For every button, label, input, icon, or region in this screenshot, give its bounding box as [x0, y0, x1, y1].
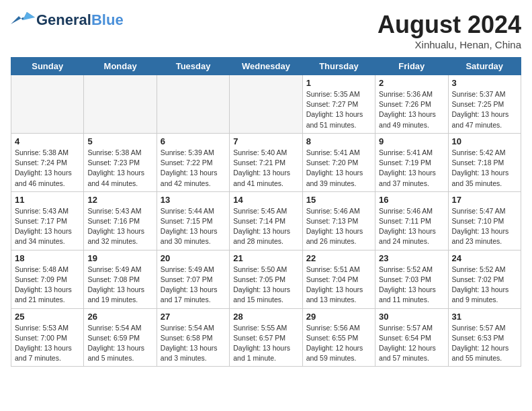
calendar-cell: 13Sunrise: 5:44 AMSunset: 7:15 PMDayligh…	[157, 191, 229, 250]
logo-general: General	[36, 11, 91, 28]
logo-blue: Blue	[91, 11, 124, 28]
day-number: 22	[306, 253, 371, 263]
day-info: Sunrise: 5:52 AMSunset: 7:02 PMDaylight:…	[452, 265, 517, 306]
calendar-header-tuesday: Tuesday	[157, 58, 229, 75]
calendar-week-row: 1Sunrise: 5:35 AMSunset: 7:27 PMDaylight…	[11, 75, 521, 134]
day-info: Sunrise: 5:41 AMSunset: 7:20 PMDaylight:…	[306, 148, 371, 189]
page-header: GeneralBlue August 2024 Xinhualu, Henan,…	[11, 11, 521, 50]
calendar-cell: 21Sunrise: 5:50 AMSunset: 7:05 PMDayligh…	[230, 250, 302, 308]
calendar-cell: 2Sunrise: 5:36 AMSunset: 7:26 PMDaylight…	[375, 75, 448, 134]
day-number: 12	[87, 195, 152, 205]
calendar-header-saturday: Saturday	[448, 58, 521, 75]
calendar-cell: 18Sunrise: 5:48 AMSunset: 7:09 PMDayligh…	[11, 250, 84, 308]
calendar-cell: 31Sunrise: 5:57 AMSunset: 6:53 PMDayligh…	[448, 308, 521, 367]
day-number: 23	[379, 253, 444, 263]
calendar-cell: 20Sunrise: 5:49 AMSunset: 7:07 PMDayligh…	[157, 250, 229, 308]
title-area: August 2024 Xinhualu, Henan, China	[378, 11, 521, 50]
day-info: Sunrise: 5:49 AMSunset: 7:07 PMDaylight:…	[161, 265, 226, 306]
calendar-header-monday: Monday	[84, 58, 157, 75]
day-info: Sunrise: 5:50 AMSunset: 7:05 PMDaylight:…	[233, 265, 298, 306]
day-number: 26	[87, 312, 152, 322]
calendar-cell	[157, 75, 229, 134]
calendar-cell	[230, 75, 302, 134]
day-info: Sunrise: 5:51 AMSunset: 7:04 PMDaylight:…	[306, 265, 371, 306]
calendar-cell: 9Sunrise: 5:41 AMSunset: 7:19 PMDaylight…	[375, 133, 448, 191]
day-info: Sunrise: 5:35 AMSunset: 7:27 PMDaylight:…	[306, 89, 371, 130]
day-info: Sunrise: 5:54 AMSunset: 6:59 PMDaylight:…	[87, 323, 152, 364]
day-info: Sunrise: 5:38 AMSunset: 7:24 PMDaylight:…	[15, 148, 80, 189]
calendar-cell: 27Sunrise: 5:54 AMSunset: 6:58 PMDayligh…	[157, 308, 229, 367]
calendar-cell: 17Sunrise: 5:47 AMSunset: 7:10 PMDayligh…	[448, 191, 521, 250]
calendar-header-row: SundayMondayTuesdayWednesdayThursdayFrid…	[11, 58, 521, 75]
calendar-cell: 26Sunrise: 5:54 AMSunset: 6:59 PMDayligh…	[84, 308, 157, 367]
day-info: Sunrise: 5:54 AMSunset: 6:58 PMDaylight:…	[161, 323, 226, 364]
calendar-cell: 19Sunrise: 5:49 AMSunset: 7:08 PMDayligh…	[84, 250, 157, 308]
calendar-cell: 7Sunrise: 5:40 AMSunset: 7:21 PMDaylight…	[230, 133, 302, 191]
day-info: Sunrise: 5:45 AMSunset: 7:14 PMDaylight:…	[233, 206, 298, 247]
location: Xinhualu, Henan, China	[378, 39, 521, 50]
day-number: 10	[452, 136, 517, 146]
day-info: Sunrise: 5:42 AMSunset: 7:18 PMDaylight:…	[452, 148, 517, 189]
day-number: 29	[306, 312, 371, 322]
calendar-cell: 10Sunrise: 5:42 AMSunset: 7:18 PMDayligh…	[448, 133, 521, 191]
day-number: 18	[15, 253, 80, 263]
day-number: 24	[452, 253, 517, 263]
day-number: 2	[379, 78, 444, 88]
calendar-header-wednesday: Wednesday	[230, 58, 302, 75]
day-info: Sunrise: 5:38 AMSunset: 7:23 PMDaylight:…	[87, 148, 152, 189]
day-info: Sunrise: 5:46 AMSunset: 7:11 PMDaylight:…	[379, 206, 444, 247]
day-number: 25	[15, 312, 80, 322]
day-number: 16	[379, 195, 444, 205]
calendar-cell: 22Sunrise: 5:51 AMSunset: 7:04 PMDayligh…	[302, 250, 375, 308]
calendar-cell: 30Sunrise: 5:57 AMSunset: 6:54 PMDayligh…	[375, 308, 448, 367]
day-number: 31	[452, 312, 517, 322]
calendar-cell: 5Sunrise: 5:38 AMSunset: 7:23 PMDaylight…	[84, 133, 157, 191]
calendar-week-row: 25Sunrise: 5:53 AMSunset: 7:00 PMDayligh…	[11, 308, 521, 367]
day-number: 6	[161, 136, 226, 146]
day-info: Sunrise: 5:43 AMSunset: 7:16 PMDaylight:…	[87, 206, 152, 247]
day-info: Sunrise: 5:57 AMSunset: 6:53 PMDaylight:…	[452, 323, 517, 364]
day-number: 20	[161, 253, 226, 263]
calendar-cell: 4Sunrise: 5:38 AMSunset: 7:24 PMDaylight…	[11, 133, 84, 191]
day-number: 27	[161, 312, 226, 322]
day-number: 28	[233, 312, 298, 322]
calendar-cell: 1Sunrise: 5:35 AMSunset: 7:27 PMDaylight…	[302, 75, 375, 134]
day-number: 3	[452, 78, 517, 88]
calendar-cell: 14Sunrise: 5:45 AMSunset: 7:14 PMDayligh…	[230, 191, 302, 250]
day-number: 15	[306, 195, 371, 205]
day-number: 30	[379, 312, 444, 322]
calendar-cell: 25Sunrise: 5:53 AMSunset: 7:00 PMDayligh…	[11, 308, 84, 367]
day-info: Sunrise: 5:39 AMSunset: 7:22 PMDaylight:…	[161, 148, 226, 189]
day-number: 11	[15, 195, 80, 205]
day-info: Sunrise: 5:46 AMSunset: 7:13 PMDaylight:…	[306, 206, 371, 247]
day-number: 13	[161, 195, 226, 205]
svg-marker-1	[23, 12, 35, 20]
day-number: 17	[452, 195, 517, 205]
calendar-cell: 16Sunrise: 5:46 AMSunset: 7:11 PMDayligh…	[375, 191, 448, 250]
calendar-cell: 11Sunrise: 5:43 AMSunset: 7:17 PMDayligh…	[11, 191, 84, 250]
day-info: Sunrise: 5:44 AMSunset: 7:15 PMDaylight:…	[161, 206, 226, 247]
day-info: Sunrise: 5:47 AMSunset: 7:10 PMDaylight:…	[452, 206, 517, 247]
calendar-cell: 15Sunrise: 5:46 AMSunset: 7:13 PMDayligh…	[302, 191, 375, 250]
day-info: Sunrise: 5:53 AMSunset: 7:00 PMDaylight:…	[15, 323, 80, 364]
day-info: Sunrise: 5:40 AMSunset: 7:21 PMDaylight:…	[233, 148, 298, 189]
logo: GeneralBlue	[11, 11, 124, 30]
day-number: 4	[15, 136, 80, 146]
day-info: Sunrise: 5:49 AMSunset: 7:08 PMDaylight:…	[87, 265, 152, 306]
calendar-week-row: 11Sunrise: 5:43 AMSunset: 7:17 PMDayligh…	[11, 191, 521, 250]
calendar-cell: 28Sunrise: 5:55 AMSunset: 6:57 PMDayligh…	[230, 308, 302, 367]
day-number: 1	[306, 78, 371, 88]
day-number: 8	[306, 136, 371, 146]
day-number: 19	[87, 253, 152, 263]
day-info: Sunrise: 5:43 AMSunset: 7:17 PMDaylight:…	[15, 206, 80, 247]
calendar-week-row: 4Sunrise: 5:38 AMSunset: 7:24 PMDaylight…	[11, 133, 521, 191]
day-info: Sunrise: 5:57 AMSunset: 6:54 PMDaylight:…	[379, 323, 444, 364]
calendar-cell: 24Sunrise: 5:52 AMSunset: 7:02 PMDayligh…	[448, 250, 521, 308]
calendar-cell	[84, 75, 157, 134]
day-info: Sunrise: 5:52 AMSunset: 7:03 PMDaylight:…	[379, 265, 444, 306]
calendar-cell: 3Sunrise: 5:37 AMSunset: 7:25 PMDaylight…	[448, 75, 521, 134]
day-number: 7	[233, 136, 298, 146]
calendar-cell: 23Sunrise: 5:52 AMSunset: 7:03 PMDayligh…	[375, 250, 448, 308]
month-title: August 2024	[378, 11, 521, 39]
calendar-week-row: 18Sunrise: 5:48 AMSunset: 7:09 PMDayligh…	[11, 250, 521, 308]
